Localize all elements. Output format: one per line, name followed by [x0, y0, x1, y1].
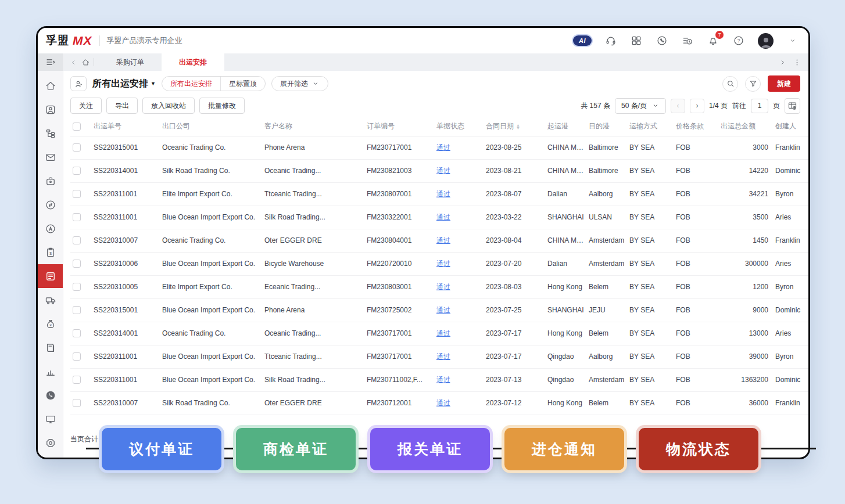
cell-export_company: Blue Ocean Import Export Co.: [160, 206, 262, 229]
sidebar-item-logistics[interactable]: [38, 288, 63, 312]
table-row[interactable]: SS220311001Blue Ocean Import Export Co.S…: [70, 368, 808, 391]
status-link[interactable]: 通过: [436, 236, 450, 244]
status-link[interactable]: 通过: [436, 329, 450, 337]
cell-creator: Aries: [773, 322, 808, 345]
table-row[interactable]: SS220310007Oceanic Trading Co.Oter EGGER…: [70, 229, 808, 252]
row-checkbox[interactable]: [73, 143, 81, 152]
row-checkbox[interactable]: [73, 352, 81, 361]
row-checkbox[interactable]: [73, 399, 81, 407]
row-checkbox[interactable]: [73, 190, 81, 198]
status-link[interactable]: 通过: [436, 352, 450, 361]
status-link[interactable]: 通过: [436, 260, 450, 268]
tab-1[interactable]: 出运安排: [162, 53, 224, 71]
table-row[interactable]: SS220311001Blue Ocean Import Export Co.T…: [70, 345, 808, 368]
whatsapp-button[interactable]: [656, 34, 668, 47]
sidebar-item-shipping-docs[interactable]: [38, 264, 63, 288]
status-link[interactable]: 通过: [436, 167, 450, 175]
table-row[interactable]: SS220310006Blue Ocean Import Export Co.B…: [70, 252, 808, 275]
ai-assistant-button[interactable]: AI: [573, 35, 592, 46]
cell-export_company: Oceanic Trading Co.: [160, 229, 262, 252]
toolbar-button-2[interactable]: 放入回收站: [142, 98, 195, 114]
status-link[interactable]: 通过: [436, 306, 450, 314]
page-size-select[interactable]: 50 条/页: [615, 98, 666, 114]
sidebar-item-ledger[interactable]: [38, 336, 63, 359]
toolbar-button-1[interactable]: 导出: [106, 98, 138, 114]
sidebar-item-mail[interactable]: [38, 145, 63, 169]
row-checkbox[interactable]: [73, 283, 81, 291]
nav-home-button[interactable]: [81, 58, 90, 67]
sidebar-item-products[interactable]: [38, 169, 63, 193]
sidebar-item-whatsapp[interactable]: [38, 383, 63, 407]
tab-0[interactable]: 采购订单: [99, 53, 162, 71]
toolbar-button-3[interactable]: 批量修改: [199, 98, 245, 114]
user-menu-button[interactable]: [786, 34, 799, 47]
notifications-button[interactable]: 7: [707, 34, 719, 47]
status-link[interactable]: 通过: [436, 283, 450, 291]
segment-0[interactable]: 所有出运安排: [162, 77, 220, 91]
row-checkbox[interactable]: [73, 376, 81, 384]
user-avatar[interactable]: [758, 33, 774, 49]
status-link[interactable]: 通过: [436, 143, 450, 152]
sidebar-item-circle-a[interactable]: [38, 217, 63, 240]
page-indicator: 1/4 页: [709, 101, 728, 111]
row-checkbox[interactable]: [73, 213, 81, 221]
tabs-scroll-right-button[interactable]: [778, 58, 787, 67]
sidebar-item-org-structure[interactable]: [38, 121, 63, 145]
flow-button-0[interactable]: 议付单证: [102, 428, 221, 470]
cell-departure_port: Hong Kong: [545, 275, 586, 298]
sidebar-item-workstation[interactable]: [38, 407, 63, 431]
table-row[interactable]: SS220310007Silk Road Trading Co.Oter EGG…: [70, 391, 808, 415]
task-list-button[interactable]: [681, 34, 694, 47]
table-row[interactable]: SS220311001Elite Import Export Co.Ttcean…: [70, 182, 808, 206]
flow-button-2[interactable]: 报关单证: [370, 428, 490, 470]
sidebar-collapse-button[interactable]: [38, 53, 63, 71]
status-link[interactable]: 通过: [436, 190, 450, 198]
status-link[interactable]: 通过: [436, 376, 450, 384]
new-button[interactable]: 新建: [768, 75, 800, 92]
help-button[interactable]: ?: [732, 34, 745, 47]
filter-button[interactable]: [745, 76, 761, 92]
table-row[interactable]: SS220314001Silk Road Trading Co.Oceanic …: [70, 159, 808, 182]
apps-button[interactable]: [630, 34, 643, 47]
row-checkbox[interactable]: [73, 167, 81, 175]
sidebar-item-analytics[interactable]: [38, 359, 63, 383]
segment-1[interactable]: 星标置顶: [221, 77, 265, 91]
table-row[interactable]: SS220310005Elite Import Export Co.Eceani…: [70, 275, 808, 298]
column-settings-button[interactable]: [785, 98, 800, 114]
status-link[interactable]: 通过: [436, 399, 450, 407]
next-page-button[interactable]: ›: [690, 99, 704, 113]
table-row[interactable]: SS220311001Blue Ocean Import Export Co.S…: [70, 206, 808, 229]
sidebar-item-settings[interactable]: [38, 431, 63, 455]
tabs-more-button[interactable]: [793, 58, 801, 67]
row-checkbox[interactable]: [73, 236, 81, 244]
row-checkbox[interactable]: [73, 306, 81, 314]
table-row[interactable]: SS220315001Oceanic Trading Co.Phone Aren…: [70, 136, 808, 159]
cell-destination_port: Baltimore: [586, 159, 627, 182]
sidebar-item-contacts[interactable]: [38, 98, 63, 121]
nav-back-button[interactable]: [69, 58, 78, 67]
flow-button-3[interactable]: 进仓通知: [504, 428, 624, 470]
view-selector[interactable]: 所有出运安排 ▼: [92, 78, 156, 90]
owner-filter-button[interactable]: [70, 76, 87, 91]
expand-filter-button[interactable]: 展开筛选: [271, 76, 328, 91]
sidebar-item-finance[interactable]: $: [38, 240, 63, 264]
sort-icon[interactable]: ▲▼: [516, 124, 520, 129]
table-row[interactable]: SS220315001Blue Ocean Import Export Co.P…: [70, 298, 808, 322]
row-checkbox[interactable]: [73, 329, 81, 337]
prev-page-button[interactable]: ‹: [671, 99, 685, 113]
search-button[interactable]: [722, 76, 738, 92]
goto-page-input[interactable]: [751, 99, 768, 113]
flow-button-1[interactable]: 商检单证: [236, 428, 356, 470]
column-header-contract_date[interactable]: 合同日期▲▼: [484, 117, 545, 136]
table-row[interactable]: SS220314001Oceanic Trading Co.Oceanic Tr…: [70, 322, 808, 345]
support-button[interactable]: [604, 34, 617, 47]
row-checkbox[interactable]: [73, 260, 81, 268]
status-link[interactable]: 通过: [436, 213, 450, 221]
cell-contract_date: 2023-08-03: [484, 275, 545, 298]
flow-button-4[interactable]: 物流状态: [639, 428, 758, 470]
sidebar-item-home[interactable]: [38, 74, 63, 98]
sidebar-item-money[interactable]: ¥: [38, 312, 63, 336]
toolbar-button-0[interactable]: 关注: [70, 98, 102, 114]
sidebar-item-compass[interactable]: [38, 193, 63, 217]
select-all-checkbox[interactable]: [73, 123, 81, 131]
